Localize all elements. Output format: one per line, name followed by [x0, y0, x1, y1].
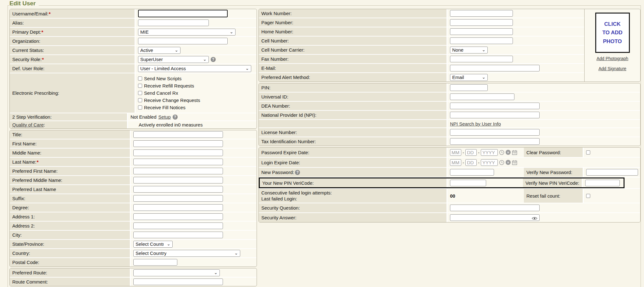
tax-id-label: Tax Identification Number:: [261, 139, 316, 144]
license-number-input[interactable]: [450, 129, 540, 136]
login-expire-clock-icon[interactable]: [499, 160, 504, 165]
security-answer-label: Security Answer:: [261, 215, 297, 220]
quality-of-care-link[interactable]: Quality of Care: [12, 122, 44, 127]
receive-fill-notices-checkbox[interactable]: [138, 105, 142, 110]
title-row: Title:: [10, 130, 257, 139]
verify-new-password-input[interactable]: [586, 169, 638, 176]
login-expire-dd-input[interactable]: [465, 159, 477, 166]
login-expire-label: Login Expire Date:: [261, 160, 300, 165]
login-expire-yyyy-input[interactable]: [481, 159, 498, 166]
city-input[interactable]: [133, 232, 223, 238]
cell-number-input[interactable]: [450, 37, 513, 44]
state-province-select[interactable]: Select Country: [133, 241, 173, 248]
new-password-row: New Password: Verify New Password:: [259, 168, 640, 177]
add-photo-box[interactable]: CLICK TO ADD PHOTO: [595, 13, 630, 53]
preferred-route-select[interactable]: [133, 269, 220, 276]
clear-password-checkbox[interactable]: [586, 150, 590, 155]
reset-fail-count-checkbox[interactable]: [586, 194, 590, 198]
last-failed-login-label: Last failed Login:: [261, 196, 297, 201]
def-user-role-select[interactable]: User - Limited Access: [138, 65, 251, 72]
suffix-input[interactable]: [133, 195, 223, 202]
password-expire-mm-input[interactable]: [450, 149, 461, 156]
two-step-setup-link[interactable]: Setup: [158, 114, 171, 120]
primary-dept-select[interactable]: MIE: [138, 29, 236, 36]
cell-carrier-select[interactable]: None: [450, 47, 488, 53]
password-group: Password Expire Date: - - Clear Password…: [258, 147, 641, 222]
first-name-input[interactable]: [133, 140, 223, 147]
city-label: City:: [12, 232, 22, 238]
password-expire-clock-icon[interactable]: [499, 150, 504, 155]
middle-name-input[interactable]: [133, 149, 223, 156]
title-input[interactable]: [133, 131, 223, 138]
add-signature-link[interactable]: Add Signature: [598, 66, 626, 71]
send-new-scripts-checkbox[interactable]: [138, 76, 142, 81]
login-expire-calendar-icon[interactable]: [512, 160, 517, 165]
fax-number-row: Fax Number:: [259, 55, 584, 64]
email-input[interactable]: [450, 65, 540, 71]
alias-input[interactable]: [138, 20, 209, 26]
login-expire-clear-icon[interactable]: [506, 160, 511, 165]
cell-carrier-label: Cell Number Carrier:: [261, 47, 305, 53]
fax-number-label: Fax Number:: [261, 56, 289, 62]
npi-search-row: NPI Search by User Info: [259, 120, 640, 128]
security-role-select[interactable]: SuperUser: [138, 56, 209, 63]
route-comment-input[interactable]: [133, 279, 223, 285]
password-expire-dd-input[interactable]: [465, 149, 477, 156]
preferred-last-name-input[interactable]: [133, 186, 223, 193]
state-province-row: State/Province: Select Country: [10, 240, 257, 249]
username-input[interactable]: [138, 10, 228, 17]
password-expire-row: Password Expire Date: - - Clear Password…: [259, 148, 640, 158]
send-cancel-rx-checkbox[interactable]: [138, 91, 142, 95]
verify-new-pin-vericode-input[interactable]: [585, 180, 620, 186]
password-expire-clear-icon[interactable]: [506, 150, 511, 155]
pager-number-input[interactable]: [450, 19, 513, 26]
cell-number-label: Cell Number:: [261, 38, 289, 43]
organization-input[interactable]: [138, 38, 228, 44]
last-name-input[interactable]: [133, 159, 223, 165]
add-photograph-link[interactable]: Add Photograph: [597, 56, 628, 61]
security-answer-row: Security Answer:: [259, 213, 640, 222]
address1-input[interactable]: [133, 213, 223, 220]
address2-input[interactable]: [133, 222, 223, 229]
preferred-middle-name-input[interactable]: [133, 177, 223, 183]
right-column: Work Number: Pager Number: Home Number: …: [258, 9, 641, 224]
fax-number-input[interactable]: [450, 56, 513, 62]
home-number-input[interactable]: [450, 28, 513, 35]
country-select[interactable]: Select Country: [133, 250, 240, 257]
preferred-alert-method-select[interactable]: Email: [450, 74, 488, 81]
your-new-pin-vericode-input[interactable]: [450, 180, 486, 186]
pin-input[interactable]: [450, 84, 488, 91]
preferred-first-name-input[interactable]: [133, 168, 223, 174]
preferred-first-name-row: Preferred First Name:: [10, 167, 257, 176]
preferred-route-label: Preferred Route:: [12, 270, 47, 275]
reset-fail-count-label: Reset fail count:: [526, 193, 560, 199]
work-number-label: Work Number:: [261, 11, 291, 16]
security-question-input[interactable]: [450, 205, 540, 211]
universal-id-input[interactable]: [450, 93, 514, 100]
npi-input[interactable]: [450, 112, 540, 118]
new-password-input[interactable]: [450, 169, 494, 176]
receive-change-requests-checkbox[interactable]: [138, 98, 142, 102]
receive-refill-requests-checkbox[interactable]: [138, 84, 142, 88]
tax-id-input[interactable]: [450, 138, 540, 145]
postal-code-input[interactable]: [133, 259, 177, 266]
current-status-select[interactable]: Active: [138, 47, 180, 54]
two-step-help-icon[interactable]: [173, 115, 178, 120]
license-number-row: License Number:: [259, 128, 640, 137]
degree-input[interactable]: [133, 204, 223, 211]
show-password-eye-icon[interactable]: [532, 216, 537, 221]
password-expire-yyyy-input[interactable]: [481, 149, 498, 156]
login-expire-mm-input[interactable]: [450, 159, 461, 166]
npi-search-link[interactable]: NPI Search by User Info: [450, 121, 501, 127]
new-password-help-icon[interactable]: [295, 170, 300, 175]
receive-fill-notices-label: Receive Fill Notices: [144, 105, 186, 110]
work-number-input[interactable]: [450, 10, 513, 17]
organization-label: Organization:: [12, 38, 40, 44]
title-label: Title:: [12, 132, 22, 137]
password-expire-calendar-icon[interactable]: [512, 150, 517, 155]
password-expire-label: Password Expire Date:: [261, 150, 309, 155]
username-row: Username/Email:*: [10, 9, 257, 19]
dea-number-input[interactable]: [450, 103, 540, 109]
security-role-help-icon[interactable]: [211, 57, 216, 62]
security-answer-input[interactable]: [450, 214, 540, 221]
